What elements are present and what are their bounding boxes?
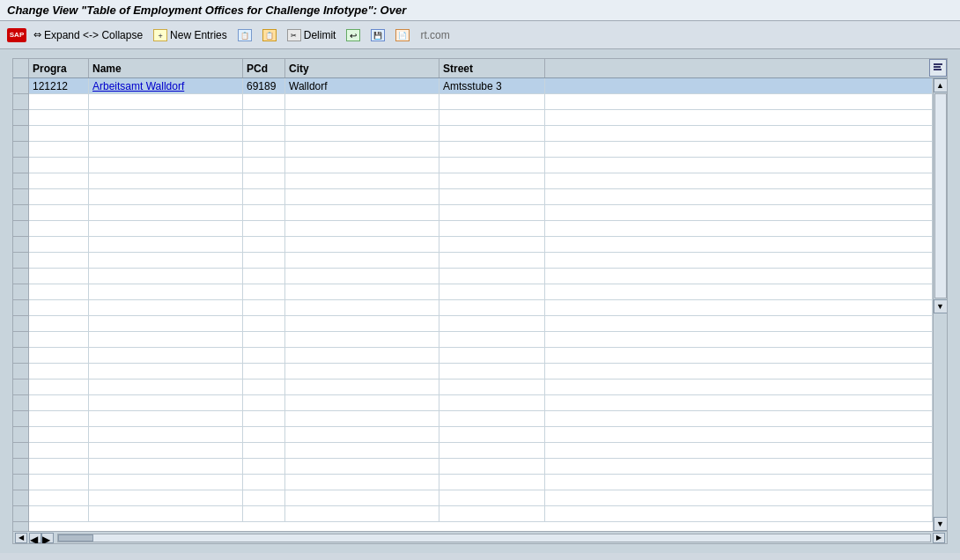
table-row-empty[interactable]: [29, 364, 933, 379]
scroll-down-button-mid[interactable]: ▼: [934, 299, 948, 313]
table-row-empty[interactable]: [29, 316, 933, 332]
cell-empty-name: [89, 475, 243, 490]
scroll-left-button[interactable]: ◀: [15, 533, 27, 543]
row-indicator: [13, 173, 28, 189]
scroll-track-vertical[interactable]: [934, 93, 947, 298]
table-row-empty[interactable]: [29, 269, 933, 284]
cell-empty-name: [89, 253, 243, 268]
table-row-empty[interactable]: [29, 126, 933, 142]
table-row-empty[interactable]: [29, 158, 933, 173]
cell-empty-street: [439, 379, 545, 394]
page-icon-button[interactable]: 📄: [392, 26, 413, 44]
cell-empty-street: [439, 173, 545, 188]
row-indicator: [13, 459, 28, 475]
table-row-empty[interactable]: [29, 189, 933, 205]
undo-icon-button[interactable]: ↩: [343, 26, 364, 44]
table-row-empty[interactable]: [29, 173, 933, 189]
copy-icon-button[interactable]: 📋: [234, 26, 255, 44]
table-body-wrapper: 121212 Arbeitsamt Walldorf 69189 Walldor…: [13, 78, 947, 531]
table-row-empty[interactable]: [29, 284, 933, 300]
table-row-empty[interactable]: [29, 332, 933, 348]
table-row[interactable]: 121212 Arbeitsamt Walldorf 69189 Walldor…: [29, 78, 933, 94]
cell-empty-pcd: [243, 395, 285, 410]
table-scroll-area[interactable]: 121212 Arbeitsamt Walldorf 69189 Walldor…: [29, 78, 933, 531]
cell-empty-rest: [545, 221, 933, 236]
delimit-button[interactable]: ✂ Delimit: [284, 26, 340, 44]
table-row-empty[interactable]: [29, 490, 933, 506]
cell-empty-street: [439, 253, 545, 268]
cell-empty-street: [439, 475, 545, 490]
table-settings-icon[interactable]: [929, 59, 947, 77]
cell-empty-name: [89, 189, 243, 204]
row-indicator: [13, 284, 28, 300]
sap-logo-icon: SAP: [7, 28, 26, 42]
vertical-scrollbar[interactable]: ▲ ▼ ▼: [933, 78, 947, 531]
row-indicators: [13, 78, 29, 531]
horizontal-scrollbar[interactable]: ◀ ◀ ▶ ▶: [13, 531, 947, 543]
title-bar: Change View "Table of Employment Offices…: [0, 0, 960, 21]
table-row-empty[interactable]: [29, 475, 933, 490]
table-row-empty[interactable]: [29, 221, 933, 237]
cell-empty-pcd: [243, 205, 285, 220]
cell-empty-pcd: [243, 253, 285, 268]
cell-empty-progra: [29, 173, 89, 188]
table-row-empty[interactable]: [29, 142, 933, 158]
row-indicator: [13, 205, 28, 221]
scroll-up-button[interactable]: ▲: [934, 78, 948, 92]
cell-empty-name: [89, 173, 243, 188]
scroll-thumb-horizontal[interactable]: [58, 534, 93, 542]
cell-empty-rest: [545, 237, 933, 252]
table-row-empty[interactable]: [29, 237, 933, 253]
cell-empty-progra: [29, 364, 89, 379]
table-row-empty[interactable]: [29, 506, 933, 522]
cell-empty-name: [89, 284, 243, 299]
table-row-empty[interactable]: [29, 443, 933, 459]
cell-city-1: Walldorf: [285, 78, 439, 93]
cell-empty-rest: [545, 459, 933, 474]
cell-empty-city: [285, 348, 439, 363]
cell-empty-pcd: [243, 237, 285, 252]
cell-empty-street: [439, 269, 545, 284]
scroll-track-horizontal[interactable]: [57, 534, 931, 542]
scroll-down-button[interactable]: ▼: [934, 517, 948, 531]
scroll-right-arrow-inner[interactable]: ▶: [41, 533, 54, 543]
cell-empty-street: [439, 126, 545, 141]
cell-street-1: Amtsstube 3: [439, 78, 545, 93]
cell-empty-pcd: [243, 348, 285, 363]
new-entries-icon: +: [153, 29, 167, 41]
cell-empty-progra: [29, 94, 89, 109]
row-indicator: [13, 316, 28, 332]
table-row-empty[interactable]: [29, 379, 933, 395]
cell-empty-rest: [545, 427, 933, 442]
svg-rect-0: [934, 63, 942, 65]
cell-empty-progra: [29, 459, 89, 474]
table-row-empty[interactable]: [29, 395, 933, 411]
new-entries-button[interactable]: + New Entries: [150, 26, 231, 44]
table-row-empty[interactable]: [29, 427, 933, 443]
cell-empty-city: [285, 364, 439, 379]
cell-empty-city: [285, 506, 439, 521]
cell-empty-progra: [29, 205, 89, 220]
cell-empty-rest: [545, 142, 933, 157]
table-row-empty[interactable]: [29, 300, 933, 316]
cell-empty-progra: [29, 443, 89, 458]
scroll-left-arrow-inner[interactable]: ◀: [29, 533, 41, 543]
table-row-empty[interactable]: [29, 253, 933, 269]
cell-empty-city: [285, 205, 439, 220]
table-row-empty[interactable]: [29, 411, 933, 427]
clipboard-icon-button[interactable]: 📋: [259, 26, 280, 44]
cell-empty-city: [285, 94, 439, 109]
table-row-empty[interactable]: [29, 110, 933, 126]
cell-empty-progra: [29, 490, 89, 505]
table-row-empty[interactable]: [29, 348, 933, 364]
expand-collapse-button[interactable]: ⇔ Expand <-> Collapse: [30, 26, 146, 44]
table-row-empty[interactable]: [29, 205, 933, 221]
scroll-right-button[interactable]: ▶: [933, 533, 945, 543]
table-row-empty[interactable]: [29, 94, 933, 110]
footer: Position... Entry 1 of 1: [0, 553, 960, 560]
cell-empty-street: [439, 395, 545, 410]
table-row-empty[interactable]: [29, 459, 933, 475]
save-icon-button[interactable]: 💾: [367, 26, 388, 44]
cell-name-1[interactable]: Arbeitsamt Walldorf: [89, 78, 243, 93]
cell-empty-progra: [29, 269, 89, 284]
